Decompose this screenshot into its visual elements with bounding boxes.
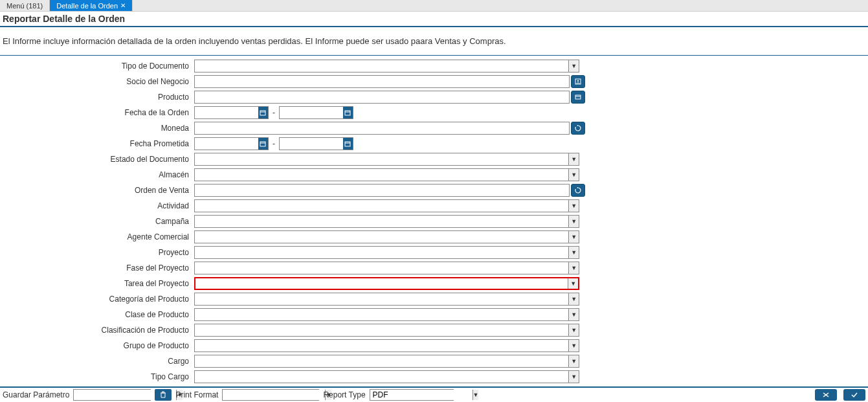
input-socio-negocio[interactable]	[194, 75, 570, 88]
date-fecha-orden-from[interactable]	[194, 106, 269, 119]
input-agente-comercial[interactable]	[195, 231, 568, 243]
refresh-icon[interactable]	[571, 184, 585, 197]
label-guardar-parametro: Guardar Parámetro	[3, 390, 69, 399]
combo-agente-comercial[interactable]: ▼	[194, 230, 579, 243]
chevron-down-icon[interactable]: ▼	[568, 247, 579, 258]
combo-almacen[interactable]: ▼	[194, 168, 579, 181]
close-icon[interactable]: ✕	[120, 2, 126, 9]
chevron-down-icon[interactable]: ▼	[568, 340, 579, 352]
ok-button[interactable]	[843, 389, 865, 401]
chevron-down-icon[interactable]: ▼	[568, 231, 579, 243]
input-tipo-cargo[interactable]	[195, 371, 568, 383]
combo-actividad[interactable]: ▼	[194, 199, 579, 212]
delete-button[interactable]	[155, 389, 172, 401]
calendar-icon[interactable]	[258, 138, 268, 150]
combo-tipo-documento[interactable]: ▼	[194, 60, 579, 73]
tab-menu[interactable]: Menú (181)	[0, 0, 50, 11]
date-fecha-prometida-to[interactable]	[279, 137, 353, 150]
combo-estado-documento[interactable]: ▼	[194, 153, 579, 166]
input-cargo[interactable]	[195, 355, 568, 367]
label-tipo-cargo: Tipo Cargo	[0, 372, 194, 381]
date-fecha-orden-to[interactable]	[279, 106, 353, 119]
chevron-down-icon[interactable]: ▼	[568, 60, 579, 72]
input-campana[interactable]	[195, 216, 568, 227]
input-fecha-prometida-from[interactable]	[195, 138, 258, 150]
combo-clasificacion-producto[interactable]: ▼	[194, 324, 579, 337]
input-producto[interactable]	[194, 91, 570, 104]
input-tarea-proyecto[interactable]	[195, 278, 568, 289]
input-proyecto[interactable]	[195, 247, 568, 258]
form-area: Tipo de Documento ▼ Socio del Negocio Pr…	[0, 56, 868, 386]
page-title: Reportar Detalle de la Orden	[0, 12, 868, 27]
svg-rect-6	[345, 111, 350, 115]
refresh-icon[interactable]	[571, 122, 585, 135]
label-fase-proyecto: Fase del Proyecto	[0, 263, 194, 273]
chevron-down-icon[interactable]: ▼	[568, 309, 579, 320]
date-range-separator: -	[270, 139, 278, 148]
calendar-icon[interactable]	[343, 107, 353, 118]
input-almacen[interactable]	[195, 169, 568, 181]
calendar-icon[interactable]	[343, 138, 353, 150]
cancel-button[interactable]	[815, 389, 837, 401]
product-lookup-icon[interactable]	[571, 91, 585, 104]
combo-cargo[interactable]: ▼	[194, 355, 579, 368]
combo-guardar-parametro[interactable]: ▼	[73, 389, 151, 401]
svg-rect-8	[260, 142, 265, 146]
label-grupo-producto: Grupo de Producto	[0, 341, 194, 350]
combo-tarea-proyecto[interactable]: ▼	[194, 277, 579, 290]
chevron-down-icon[interactable]: ▼	[473, 390, 479, 400]
label-almacen: Almacén	[0, 170, 194, 179]
chevron-down-icon[interactable]: ▼	[568, 262, 579, 274]
date-fecha-prometida-from[interactable]	[194, 137, 269, 150]
label-moneda: Moneda	[0, 124, 194, 133]
combo-fase-proyecto[interactable]: ▼	[194, 262, 579, 274]
input-fecha-orden-from[interactable]	[195, 107, 258, 118]
chevron-down-icon[interactable]: ▼	[568, 216, 579, 227]
combo-tipo-cargo[interactable]: ▼	[194, 370, 579, 383]
chevron-down-icon[interactable]: ▼	[568, 200, 579, 212]
combo-campana[interactable]: ▼	[194, 215, 579, 228]
chevron-down-icon[interactable]: ▼	[568, 153, 579, 165]
input-report-type[interactable]	[370, 390, 473, 400]
calendar-icon[interactable]	[258, 107, 268, 118]
chevron-down-icon[interactable]: ▼	[568, 324, 579, 336]
label-proyecto: Proyecto	[0, 248, 194, 257]
combo-categoria-producto[interactable]: ▼	[194, 293, 579, 306]
input-clase-producto[interactable]	[195, 309, 568, 320]
chevron-down-icon[interactable]: ▼	[568, 355, 579, 367]
chevron-down-icon[interactable]: ▼	[568, 169, 579, 181]
label-orden-venta: Orden de Venta	[0, 186, 194, 195]
label-fecha-prometida: Fecha Prometida	[0, 139, 194, 148]
label-socio-negocio: Socio del Negocio	[0, 77, 194, 86]
combo-grupo-producto[interactable]: ▼	[194, 339, 579, 352]
input-fecha-prometida-to[interactable]	[280, 138, 343, 150]
svg-point-1	[577, 80, 579, 81]
combo-clase-producto[interactable]: ▼	[194, 308, 579, 321]
chevron-down-icon[interactable]: ▼	[568, 278, 578, 289]
contact-lookup-icon[interactable]	[571, 75, 585, 88]
input-categoria-producto[interactable]	[195, 293, 568, 305]
input-moneda[interactable]	[194, 122, 570, 135]
input-actividad[interactable]	[195, 200, 568, 212]
label-fecha-orden: Fecha de la Orden	[0, 108, 194, 117]
tab-detalle-orden[interactable]: Detalle de la Orden ✕	[50, 0, 133, 11]
chevron-down-icon[interactable]: ▼	[568, 371, 579, 383]
combo-report-type[interactable]: ▼	[370, 389, 454, 401]
input-fecha-orden-to[interactable]	[280, 107, 343, 118]
input-fase-proyecto[interactable]	[195, 262, 568, 274]
input-orden-venta[interactable]	[194, 184, 570, 197]
combo-proyecto[interactable]: ▼	[194, 246, 579, 259]
input-grupo-producto[interactable]	[195, 340, 568, 352]
chevron-down-icon[interactable]: ▼	[568, 293, 579, 305]
footer-bar: Guardar Parámetro ▼ Print Format ▼ Repor…	[0, 386, 868, 402]
input-tipo-documento[interactable]	[195, 60, 568, 72]
input-print-format[interactable]	[223, 390, 325, 400]
page-subtitle: El Informe incluye información detallada…	[0, 27, 868, 56]
tab-label: Detalle de la Orden	[56, 2, 118, 10]
input-estado-documento[interactable]	[195, 153, 568, 165]
tabs-bar: Menú (181) Detalle de la Orden ✕	[0, 0, 868, 12]
svg-rect-10	[345, 142, 350, 146]
label-print-format: Print Format	[175, 390, 218, 399]
input-clasificacion-producto[interactable]	[195, 324, 568, 336]
combo-print-format[interactable]: ▼	[222, 389, 319, 401]
